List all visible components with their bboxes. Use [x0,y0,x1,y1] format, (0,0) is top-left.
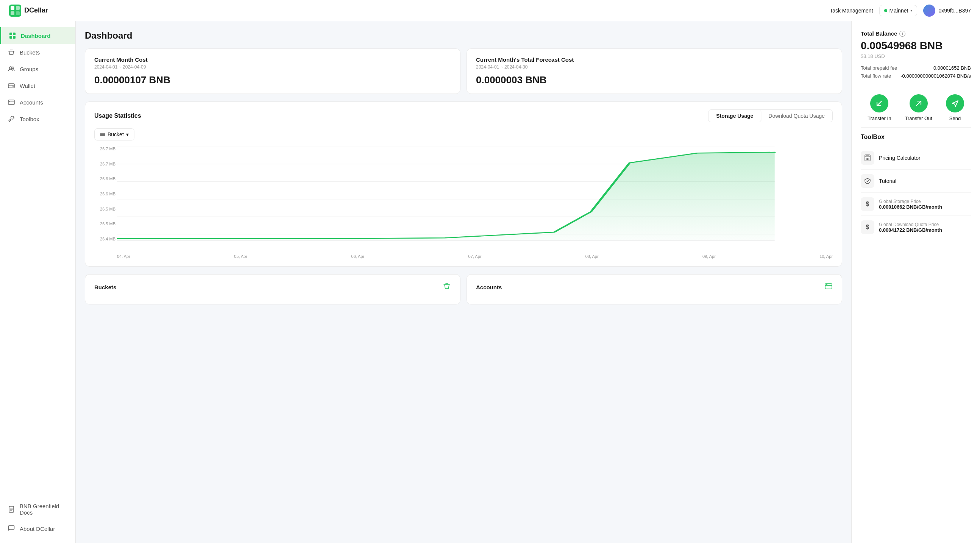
sidebar-label-dashboard: Dashboard [21,33,50,39]
svg-point-30 [866,158,867,159]
svg-rect-7 [10,36,12,39]
transfer-in-button[interactable]: Transfer In [867,94,891,121]
svg-point-32 [869,158,869,159]
sidebar-item-accounts[interactable]: Accounts [0,94,75,111]
svg-rect-12 [12,86,14,87]
usage-header: Usage Statistics Storage Usage Download … [94,110,833,122]
toolbox-icon [8,115,15,123]
svg-rect-8 [13,36,16,39]
sidebar-label-accounts: Accounts [20,99,43,106]
transfer-out-label: Transfer Out [905,116,932,121]
tab-download-quota[interactable]: Download Quota Usage [761,110,832,122]
accounts-card-title: Accounts [476,284,502,290]
transfer-out-icon [915,99,923,108]
sidebar-item-dashboard[interactable]: Dashboard [0,27,75,44]
accounts-card-icon [824,282,833,292]
accounts-summary-card: Accounts [466,274,842,304]
x-label-4: 07, Apr [468,254,482,259]
buckets-card-title: Buckets [94,284,116,290]
toolbox-title: ToolBox [861,134,971,140]
flow-rate-row: Total flow rate -0.000000000001062074 BN… [861,73,971,79]
current-month-cost-value: 0.00000107 BNB [94,74,451,86]
tutorial-label: Tutorial [879,178,896,184]
transfer-out-button[interactable]: Transfer Out [905,94,932,121]
current-month-cost-title: Current Month Cost [94,56,451,63]
chart-y-labels: 26.7 MB 26.7 MB 26.6 MB 26.6 MB 26.5 MB … [94,146,117,241]
svg-rect-29 [865,156,869,157]
send-button[interactable]: Send [946,94,964,121]
transfer-in-icon [875,99,883,108]
balance-info-icon[interactable]: i [899,31,905,37]
dashboard-icon [9,32,16,39]
pricing-calculator-label: Pricing Calculator [879,155,921,161]
flow-rate-value: -0.000000000001062074 BNB/s [900,73,971,79]
sidebar-item-about[interactable]: About DCellar [0,520,75,537]
docs-icon [8,505,15,513]
network-status-dot [884,9,887,12]
sidebar-item-wallet[interactable]: Wallet [0,77,75,94]
forecast-cost-value: 0.0000003 BNB [476,74,833,86]
sidebar-item-bnb-docs[interactable]: BNB Greenfield Docs [0,498,75,520]
bucket-filter-arrow: ▾ [126,131,129,137]
y-label-7: 26.4 MB [94,237,116,241]
sidebar-label-groups: Groups [20,66,38,72]
toolbox-global-download-price: $ Global Download Quota Price 0.00041722… [861,216,971,239]
svg-rect-14 [9,101,10,102]
sidebar-item-groups[interactable]: Groups [0,61,75,77]
sidebar-item-buckets[interactable]: Buckets [0,44,75,61]
usage-tab-group: Storage Usage Download Quota Usage [708,110,833,122]
pricing-calculator-icon [861,151,874,165]
logo-text: DCellar [24,6,48,14]
sidebar: Dashboard Buckets Groups Wallet [0,21,76,543]
svg-point-31 [867,158,868,159]
balance-usd: $3.18 USD [861,53,971,59]
forecast-cost-title: Current Month's Total Forecast Cost [476,56,833,63]
y-label-2: 26.7 MB [94,162,116,166]
svg-rect-1 [11,6,14,10]
toolbox-tutorial[interactable]: Tutorial [861,170,971,193]
tutorial-icon [861,174,874,188]
filter-icon [100,132,105,137]
forecast-cost-card: Current Month's Total Forecast Cost 2024… [466,48,842,94]
send-icon-circle [946,94,964,113]
toolbox-global-storage-price: $ Global Storage Price 0.00010662 BNB/GB… [861,193,971,216]
wallet-address-text[interactable]: 0x99fc...B397 [939,8,971,14]
main-layout: Dashboard Buckets Groups Wallet [0,21,980,543]
usage-statistics-card: Usage Statistics Storage Usage Download … [85,102,842,267]
x-label-7: 10, Apr [819,254,833,259]
cost-cards-row: Current Month Cost 2024-04-01 ~ 2024-04-… [85,48,842,94]
y-label-1: 26.7 MB [94,146,116,151]
task-management-link[interactable]: Task Management [830,8,873,14]
svg-point-10 [12,67,14,69]
balance-label: Total Balance [861,30,897,37]
svg-rect-11 [8,84,14,88]
current-month-cost-card: Current Month Cost 2024-04-01 ~ 2024-04-… [85,48,460,94]
svg-rect-2 [16,6,20,10]
tab-storage-usage[interactable]: Storage Usage [708,110,761,122]
svg-point-33 [866,159,867,160]
svg-rect-5 [10,33,12,35]
toolbox-pricing-calculator[interactable]: Pricing Calculator [861,146,971,170]
buckets-card-header: Buckets [94,282,451,292]
about-icon [8,525,15,532]
y-label-4: 26.6 MB [94,192,116,196]
bucket-filter-button[interactable]: Bucket ▾ [94,128,134,140]
prepaid-fee-value: 0.00001652 BNB [934,65,971,71]
y-label-5: 26.5 MB [94,207,116,211]
action-buttons: Transfer In Transfer Out Send [861,94,971,121]
app-header: DCellar Task Management Mainnet ▾ 0x99fc… [0,0,980,21]
filter-row: Bucket ▾ [94,128,833,140]
prepaid-fee-row: Total prepaid fee 0.00001652 BNB [861,65,971,71]
logo[interactable]: DCellar [9,5,48,17]
bottom-cards-row: Buckets Accounts [85,274,842,304]
sidebar-item-toolbox[interactable]: Toolbox [0,111,75,127]
accounts-icon [8,99,15,106]
svg-rect-13 [8,100,14,105]
network-selector[interactable]: Mainnet ▾ [879,5,918,16]
global-storage-price-text: Global Storage Price 0.00010662 BNB/GB/m… [879,199,942,210]
page-title: Dashboard [85,30,842,41]
svg-rect-3 [11,11,14,15]
divider-1 [861,88,971,88]
svg-point-34 [867,159,868,160]
global-download-price-value: 0.00041722 BNB/GB/month [879,227,942,233]
